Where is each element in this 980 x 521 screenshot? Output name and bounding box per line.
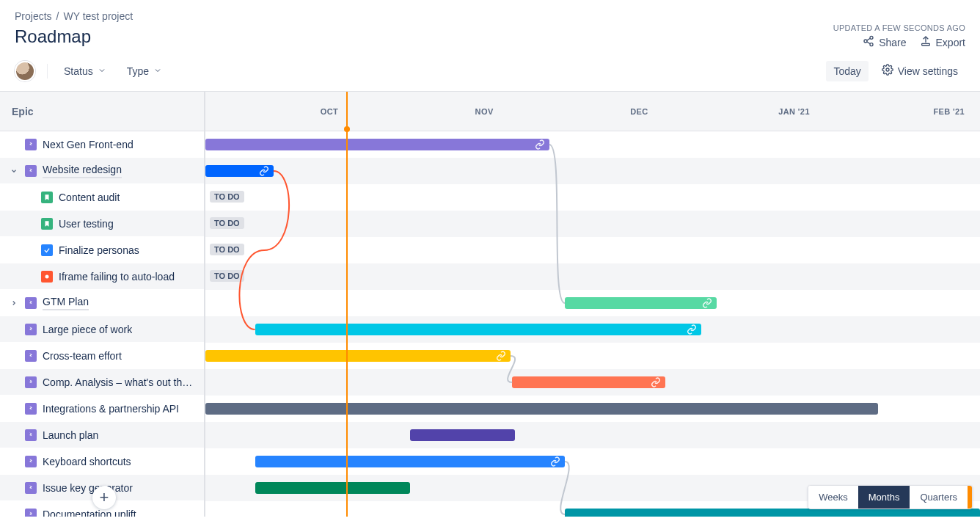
epic-bar-cross[interactable] [205,350,511,362]
today-line [346,92,348,517]
epic-row-web-redesign[interactable]: Website redesign [0,158,204,184]
today-button[interactable]: Today [826,61,868,81]
epic-row-gtm[interactable]: GTM Plan [0,290,204,316]
svg-line-4 [867,42,871,44]
todo-badge: TO DO [210,217,244,229]
view-settings-button[interactable]: View settings [874,59,965,82]
epic-row-finalize[interactable]: Finalize personas [0,237,204,263]
epic-list: Next Gen Front-endWebsite redesignConten… [0,131,204,517]
export-icon [920,35,932,49]
timeline-lane[interactable] [205,290,980,316]
share-button[interactable]: Share [863,35,906,49]
timeline-lane[interactable] [205,131,980,158]
view-settings-label: View settings [898,65,958,77]
epic-icon [25,429,37,441]
epic-icon [25,350,37,362]
epic-row-integrations[interactable]: Integrations & partnership API [0,396,204,422]
epic-icon [25,165,37,177]
epic-row-next-gen[interactable]: Next Gen Front-end [0,131,204,158]
timeline-lane[interactable] [205,158,980,184]
epic-icon [25,139,37,150]
epic-bar-next-gen[interactable] [205,139,549,150]
breadcrumb-separator: / [56,10,59,22]
breadcrumb-projects[interactable]: Projects [15,10,52,22]
epic-row-large[interactable]: Large piece of work [0,316,204,343]
epic-label: Integrations & partnership API [43,403,179,415]
add-epic-button[interactable]: + [92,486,116,509]
timeline-lane[interactable] [205,396,980,422]
status-filter[interactable]: Status [59,62,111,80]
timeline-lane[interactable]: TO DO [205,263,980,290]
svg-point-2 [870,43,873,46]
epic-label: Content audit [59,192,120,203]
timeline-lane[interactable] [205,316,980,343]
updated-label: UPDATED A FEW SECONDS AGO [833,23,965,32]
timeline-header: OCTNOVDECJAN '21FEB '21 [205,92,980,131]
epic-row-keyboard[interactable]: Keyboard shortcuts [0,448,204,475]
zoom-quarters[interactable]: Quarters [910,486,968,509]
type-filter[interactable]: Type [122,62,167,80]
status-filter-label: Status [64,65,93,77]
epic-bar-doc[interactable] [565,509,980,517]
timeline-lane[interactable]: TO DO [205,184,980,211]
epic-label: Cross-team effort [43,350,122,362]
epic-row-comp[interactable]: Comp. Analysis – what's out there? [0,369,204,396]
epic-label: Launch plan [43,429,98,441]
link-icon[interactable] [259,166,269,178]
task-icon [41,244,53,256]
epic-bar-integrations[interactable] [205,403,878,415]
chevron-down-icon [153,65,162,77]
chevron-down-icon[interactable] [9,167,19,175]
breadcrumb-project[interactable]: WY test project [63,10,133,22]
epic-label: Documentation uplift [43,509,136,517]
zoom-edge-indicator [968,486,972,509]
epic-bar-comp[interactable] [512,376,665,388]
epic-row-cross[interactable]: Cross-team effort [0,343,204,369]
roadmap: Epic Next Gen Front-endWebsite redesignC… [0,91,980,517]
epic-bar-web-redesign[interactable] [205,165,274,177]
link-icon[interactable] [496,351,506,363]
timeline-lane[interactable]: TO DO [205,237,980,263]
epic-bar-large[interactable] [255,324,701,335]
link-icon[interactable] [687,324,697,337]
epic-label: GTM Plan [43,296,89,310]
svg-point-6 [886,68,889,71]
timeline-lane[interactable] [205,448,980,475]
epic-icon [25,324,37,335]
epic-bar-launch[interactable] [410,429,516,441]
export-button[interactable]: Export [920,35,965,49]
month-label: JAN '21 [763,92,824,131]
zoom-weeks[interactable]: Weeks [808,486,858,509]
epic-label: Iframe failing to auto-load [59,271,175,283]
epic-icon [25,403,37,415]
link-icon[interactable] [535,139,545,152]
epic-row-iframe[interactable]: Iframe failing to auto-load [0,263,204,290]
epic-bar-issuekey[interactable] [255,482,410,494]
epic-row-launch[interactable]: Launch plan [0,422,204,448]
link-icon[interactable] [550,456,560,469]
epic-label: Finalize personas [59,244,139,256]
bug-icon [41,271,53,283]
timeline[interactable]: OCTNOVDECJAN '21FEB '21 TO DOTO DOTO DOT… [205,92,980,517]
timeline-lane[interactable] [205,422,980,448]
link-icon[interactable] [651,377,661,390]
epic-bar-keyboard[interactable] [255,456,565,467]
todo-badge: TO DO [210,270,244,282]
avatar[interactable] [15,61,35,81]
epic-label: User testing [59,218,114,230]
epic-icon [25,376,37,388]
epic-row-content-audit[interactable]: Content audit [0,184,204,211]
timeline-lane[interactable]: TO DO [205,211,980,237]
timeline-body[interactable]: TO DOTO DOTO DOTO DO [205,131,980,517]
svg-point-7 [45,274,49,278]
type-filter-label: Type [127,65,149,77]
timeline-lane[interactable] [205,369,980,396]
link-icon[interactable] [702,298,712,310]
timeline-lane[interactable] [205,343,980,369]
epic-row-user-testing[interactable]: User testing [0,211,204,237]
zoom-months[interactable]: Months [858,486,910,509]
chevron-right-icon[interactable] [9,299,19,307]
share-label: Share [879,37,906,48]
epic-bar-gtm[interactable] [565,297,717,309]
page-title: Roadmap [15,26,91,47]
